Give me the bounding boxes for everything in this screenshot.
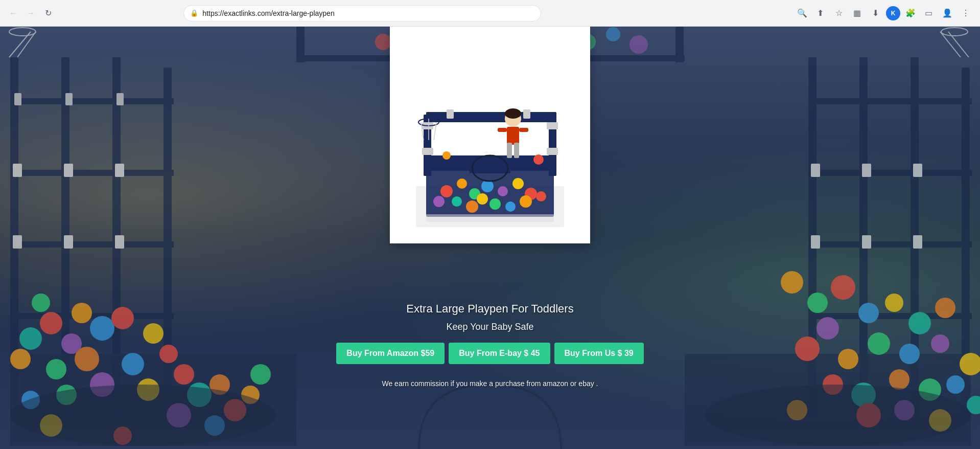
disclaimer-text: We earn commission if you make a purchas… <box>337 379 643 388</box>
svg-point-31 <box>19 327 42 350</box>
svg-rect-91 <box>913 235 922 249</box>
tab-grid-button[interactable]: ▦ <box>849 5 866 21</box>
svg-point-92 <box>10 385 276 446</box>
svg-point-24 <box>40 312 62 334</box>
buy-us-button[interactable]: Buy From Us $ 39 <box>554 343 644 364</box>
svg-point-35 <box>159 345 178 363</box>
svg-rect-84 <box>64 235 73 249</box>
bookmark-button[interactable]: ☆ <box>831 5 847 21</box>
svg-point-108 <box>512 178 524 189</box>
svg-rect-136 <box>507 127 519 145</box>
svg-point-78 <box>606 27 620 41</box>
svg-point-57 <box>908 312 931 334</box>
svg-point-59 <box>795 336 820 361</box>
svg-rect-82 <box>115 164 124 177</box>
nav-buttons: ← → ↻ <box>6 6 55 20</box>
svg-point-113 <box>505 201 516 212</box>
svg-point-36 <box>10 349 31 369</box>
svg-point-96 <box>9 28 36 36</box>
lock-icon: 🔒 <box>190 9 198 17</box>
svg-rect-127 <box>547 148 558 155</box>
svg-point-79 <box>629 35 648 54</box>
svg-point-30 <box>143 323 164 344</box>
buy-amazon-button[interactable]: Buy From Amazon $59 <box>336 343 445 364</box>
svg-rect-137 <box>507 143 512 158</box>
svg-point-32 <box>75 347 99 371</box>
address-bar[interactable]: 🔒 https://exactlinks.com/extra-large-pla… <box>183 5 541 21</box>
svg-rect-87 <box>862 164 871 177</box>
toolbar-right: 🔍 ⬆ ☆ ▦ ⬇ K 🧩 ▭ 👤 ⋮ <box>794 5 974 21</box>
svg-rect-17 <box>808 241 972 248</box>
svg-point-61 <box>868 332 890 355</box>
svg-point-27 <box>90 316 114 341</box>
product-title: Extra Large Playpen For Toddlers <box>337 302 643 316</box>
svg-point-111 <box>466 200 478 213</box>
svg-rect-129 <box>523 109 530 119</box>
svg-rect-15 <box>808 98 972 104</box>
svg-rect-4 <box>10 98 174 104</box>
svg-rect-7 <box>10 313 174 319</box>
svg-rect-16 <box>808 170 972 176</box>
search-toolbar-button[interactable]: 🔍 <box>794 5 810 21</box>
svg-point-40 <box>174 364 194 385</box>
svg-rect-81 <box>64 164 73 177</box>
svg-rect-8 <box>14 93 21 105</box>
svg-point-75 <box>375 34 391 50</box>
svg-point-53 <box>831 275 855 300</box>
product-image-container <box>390 27 590 243</box>
svg-point-107 <box>498 186 508 196</box>
back-button[interactable]: ← <box>6 6 20 20</box>
svg-point-33 <box>46 359 66 379</box>
svg-point-34 <box>122 353 144 375</box>
profile-avatar[interactable]: K <box>886 6 900 20</box>
svg-point-54 <box>858 303 879 323</box>
svg-rect-86 <box>811 164 820 177</box>
svg-rect-139 <box>498 128 507 132</box>
svg-rect-9 <box>65 93 73 105</box>
svg-point-114 <box>520 195 532 208</box>
svg-rect-128 <box>447 109 454 119</box>
svg-point-93 <box>705 385 971 446</box>
svg-point-142 <box>442 151 451 160</box>
svg-rect-126 <box>547 122 558 129</box>
svg-point-112 <box>489 198 501 210</box>
svg-rect-140 <box>519 128 528 132</box>
svg-point-46 <box>250 364 271 385</box>
signin-button[interactable]: 👤 <box>939 5 955 21</box>
svg-rect-88 <box>913 164 922 177</box>
svg-point-67 <box>889 369 909 390</box>
window-controls[interactable]: ▭ <box>921 5 937 21</box>
extensions-button[interactable]: 🧩 <box>902 5 919 21</box>
refresh-button[interactable]: ↻ <box>41 6 55 20</box>
product-image-svg <box>395 33 585 237</box>
downloads-button[interactable]: ⬇ <box>868 5 884 21</box>
svg-rect-143 <box>426 214 554 222</box>
svg-rect-138 <box>514 143 519 158</box>
svg-rect-122 <box>470 155 510 173</box>
share-button[interactable]: ⬆ <box>812 5 829 21</box>
svg-point-62 <box>899 344 920 364</box>
svg-point-104 <box>457 178 467 189</box>
svg-rect-10 <box>116 93 124 105</box>
forward-button[interactable]: → <box>24 6 38 20</box>
svg-rect-90 <box>862 235 871 249</box>
svg-point-63 <box>931 334 949 353</box>
svg-rect-125 <box>422 148 433 155</box>
svg-point-52 <box>807 293 828 313</box>
svg-rect-121 <box>426 112 556 122</box>
svg-point-117 <box>477 193 488 205</box>
svg-point-51 <box>781 271 803 294</box>
svg-point-116 <box>536 191 546 201</box>
svg-point-25 <box>72 303 92 323</box>
browser-chrome: ← → ↻ 🔒 https://exactlinks.com/extra-lar… <box>0 0 980 27</box>
svg-rect-5 <box>10 170 174 176</box>
svg-point-106 <box>481 180 494 192</box>
svg-rect-89 <box>811 235 820 249</box>
menu-button[interactable]: ⋮ <box>958 5 974 21</box>
page-content: Extra Large Playpen For Toddlers Keep Yo… <box>0 27 980 449</box>
svg-point-55 <box>816 317 839 340</box>
buy-ebay-button[interactable]: Buy From E-bay $ 45 <box>449 343 550 364</box>
svg-point-60 <box>838 349 858 369</box>
text-section: Extra Large Playpen For Toddlers Keep Yo… <box>337 302 643 388</box>
svg-point-103 <box>440 185 453 197</box>
